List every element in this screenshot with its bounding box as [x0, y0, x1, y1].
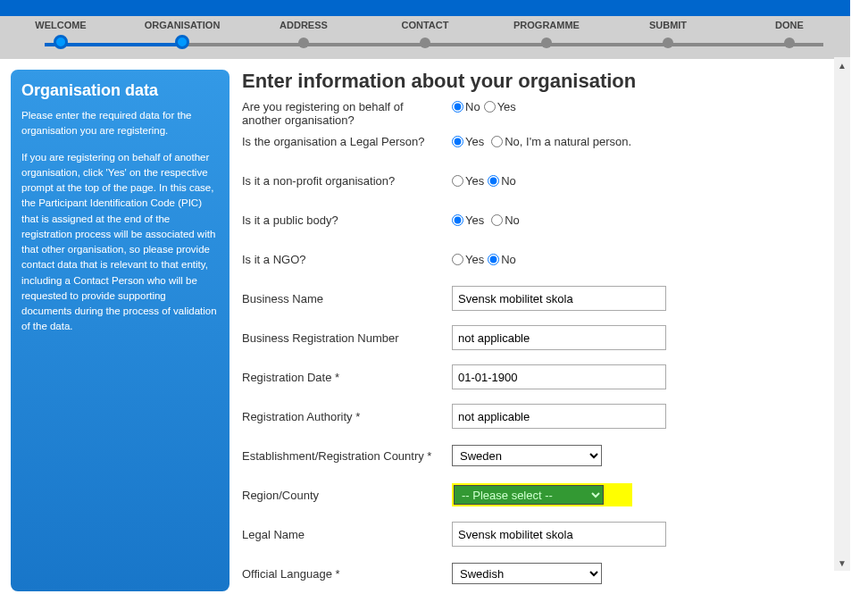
step-contact[interactable]: CONTACT: [364, 20, 486, 30]
radio-label: No: [465, 100, 480, 113]
scrollbar[interactable]: ▲ ▼: [834, 57, 850, 571]
step-organisation[interactable]: ORGANISATION: [121, 20, 243, 30]
top-bar: [0, 0, 850, 16]
radio-behalf-no[interactable]: [452, 101, 463, 113]
input-legal-name[interactable]: [452, 522, 666, 547]
radio-label: Yes: [465, 135, 484, 148]
step-label: DONE: [775, 20, 804, 30]
radio-public-no[interactable]: [491, 214, 503, 226]
step-address[interactable]: ADDRESS: [243, 20, 364, 30]
radio-label: Yes: [465, 253, 484, 266]
step-dot-icon: [175, 35, 189, 49]
label-legal: Is the organisation a Legal Person?: [242, 135, 452, 148]
step-welcome[interactable]: WELCOME: [0, 20, 121, 30]
region-highlight: -- Please select --: [452, 483, 632, 506]
select-language[interactable]: Swedish: [452, 563, 602, 584]
radio-ngo-yes[interactable]: [452, 254, 463, 265]
label-business-name: Business Name: [242, 292, 452, 305]
input-reg-date[interactable]: [452, 364, 666, 389]
radio-label: No: [501, 253, 516, 266]
sidebar-detail: If you are registering on behalf of anot…: [21, 150, 219, 335]
input-business-reg[interactable]: [452, 325, 666, 350]
radio-public-yes[interactable]: [452, 214, 463, 226]
sidebar-title: Organisation data: [21, 79, 219, 103]
label-region: Region/County: [242, 489, 452, 502]
radio-label: No: [501, 174, 516, 188]
scroll-up-icon[interactable]: ▲: [834, 57, 850, 73]
radio-legal-no[interactable]: [491, 136, 503, 147]
step-label: CONTACT: [402, 20, 449, 30]
main-content: Enter information about your organisatio…: [242, 70, 839, 591]
label-country: Establishment/Registration Country *: [242, 449, 452, 463]
radio-label: Yes: [465, 213, 484, 227]
step-submit[interactable]: SUBMIT: [607, 20, 729, 30]
radio-label: Yes: [465, 174, 484, 188]
radio-label: No, I'm a natural person.: [505, 135, 631, 148]
radio-behalf-yes[interactable]: [484, 101, 496, 113]
input-reg-auth[interactable]: [452, 404, 666, 429]
label-legal-name: Legal Name: [242, 528, 452, 541]
page-title: Enter information about your organisatio…: [242, 70, 832, 93]
label-behalf: Are you registering on behalf of another…: [242, 100, 452, 127]
radio-legal-yes[interactable]: [452, 136, 463, 147]
radio-ngo-no[interactable]: [488, 254, 499, 265]
label-reg-auth: Registration Authority *: [242, 410, 452, 423]
step-dot-icon: [298, 38, 309, 48]
label-public: Is it a public body?: [242, 213, 452, 227]
label-reg-date: Registration Date *: [242, 371, 452, 384]
radio-nonprofit-yes[interactable]: [452, 175, 463, 187]
label-nonprofit: Is it a non-profit organisation?: [242, 174, 452, 188]
radio-nonprofit-no[interactable]: [488, 175, 499, 187]
sidebar-intro: Please enter the required data for the o…: [21, 108, 219, 139]
step-programme[interactable]: PROGRAMME: [486, 20, 607, 30]
stepper: WELCOME ORGANISATION ADDRESS CONTACT PRO…: [0, 16, 850, 59]
step-dot-icon: [54, 35, 68, 49]
step-label: PROGRAMME: [513, 20, 580, 30]
step-label: WELCOME: [35, 20, 86, 30]
step-dot-icon: [541, 38, 552, 48]
step-label: SUBMIT: [649, 20, 687, 30]
scroll-down-icon[interactable]: ▼: [834, 555, 850, 571]
select-country[interactable]: Sweden: [452, 445, 602, 466]
step-done[interactable]: DONE: [729, 20, 850, 30]
radio-label: Yes: [497, 100, 516, 113]
label-ngo: Is it a NGO?: [242, 253, 452, 266]
step-dot-icon: [784, 38, 795, 48]
step-label: ORGANISATION: [145, 20, 221, 30]
sidebar: Organisation data Please enter the requi…: [11, 70, 230, 591]
step-dot-icon: [663, 38, 673, 48]
step-label: ADDRESS: [280, 20, 328, 30]
label-language: Official Language *: [242, 567, 452, 581]
label-business-reg: Business Registration Number: [242, 331, 452, 345]
input-business-name[interactable]: [452, 286, 666, 311]
radio-label: No: [505, 213, 520, 227]
step-dot-icon: [420, 38, 430, 48]
select-region[interactable]: -- Please select --: [454, 485, 604, 505]
